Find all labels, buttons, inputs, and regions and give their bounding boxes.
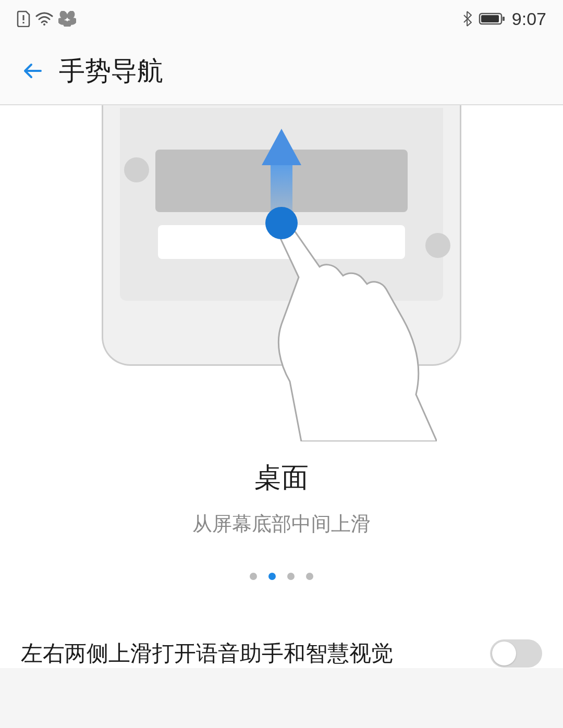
decorative-dot	[124, 157, 149, 182]
svg-rect-11	[503, 17, 505, 21]
gesture-illustration[interactable]	[0, 105, 563, 376]
page-dot-1[interactable]	[268, 573, 276, 580]
content-area: 桌面 从屏幕底部中间上滑 左右两侧上滑打开语音助手和智慧视觉	[0, 105, 563, 668]
wifi-icon	[35, 12, 53, 26]
page-dot-3[interactable]	[306, 573, 313, 580]
battery-icon	[479, 11, 506, 26]
assistant-swipe-toggle[interactable]	[490, 639, 542, 668]
swipe-arrow-head-icon	[262, 129, 301, 165]
status-time: 9:07	[512, 9, 546, 29]
svg-point-2	[43, 23, 45, 26]
assistant-swipe-setting-row: 左右两侧上滑打开语音助手和智慧视觉	[0, 624, 563, 668]
svg-rect-0	[23, 15, 25, 20]
back-button[interactable]	[20, 58, 46, 84]
back-arrow-icon	[21, 59, 45, 83]
phone-frame-graphic	[102, 105, 461, 366]
hand-icon	[249, 207, 437, 441]
title-bar: 手势导航	[0, 38, 563, 105]
svg-rect-10	[481, 15, 499, 22]
touch-point-icon	[265, 207, 298, 239]
sim-alert-icon	[17, 10, 30, 27]
status-bar: 9:07	[0, 0, 563, 38]
bluetooth-icon	[462, 10, 472, 27]
page-indicator[interactable]	[0, 573, 563, 580]
huawei-icon	[58, 11, 76, 27]
status-right: 9:07	[462, 9, 546, 29]
setting-label: 左右两侧上滑打开语音助手和智慧视觉	[21, 639, 393, 668]
svg-rect-1	[23, 22, 25, 23]
toggle-knob	[492, 641, 516, 665]
tutorial-text: 桌面 从屏幕底部中间上滑	[0, 460, 563, 537]
status-left	[17, 10, 76, 27]
page-title: 手势导航	[59, 54, 163, 89]
page-dot-0[interactable]	[250, 573, 257, 580]
page-dot-2[interactable]	[287, 573, 295, 580]
tutorial-title: 桌面	[0, 460, 563, 496]
tutorial-description: 从屏幕底部中间上滑	[0, 511, 563, 537]
